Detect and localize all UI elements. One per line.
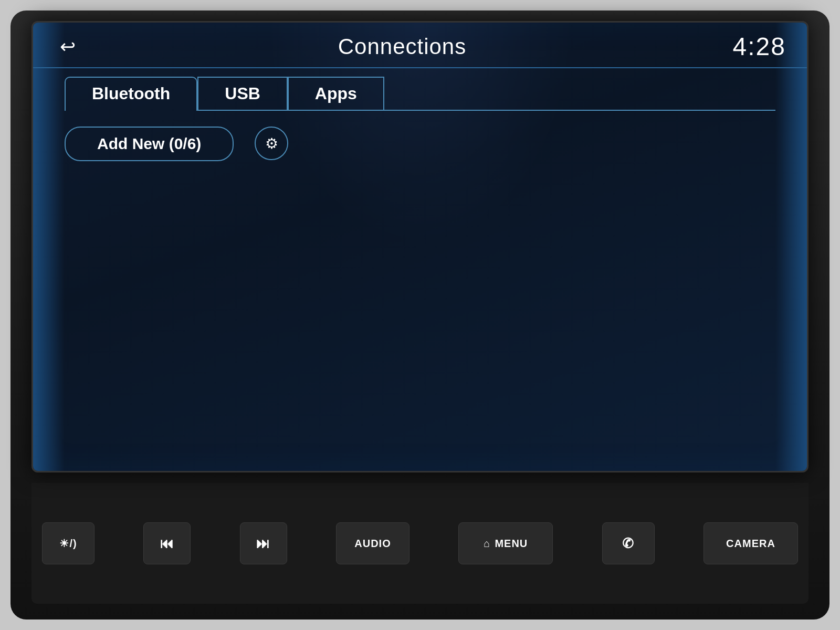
tab-usb[interactable]: USB (197, 77, 288, 111)
camera-button[interactable]: CAMERA (704, 522, 798, 564)
audio-button[interactable]: AUDIO (336, 522, 410, 564)
settings-button[interactable]: ⚙ (255, 127, 288, 160)
car-surround: ↩ Connections 4:28 Bluetooth USB Apps Ad… (10, 10, 830, 620)
menu-button[interactable]: ⌂ MENU (458, 522, 553, 564)
hardware-controls: ☀/) ⏮ ⏭ AUDIO ⌂ MENU ✆ CAMERA (32, 483, 808, 604)
phone-button[interactable]: ✆ (602, 522, 655, 564)
next-track-button[interactable]: ⏭ (240, 522, 287, 564)
screen-header: ↩ Connections 4:28 (33, 23, 807, 68)
screen-title: Connections (81, 34, 723, 59)
back-button[interactable]: ↩ (54, 33, 81, 60)
add-new-button[interactable]: Add New (0/6) (65, 127, 234, 161)
tab-bar: Bluetooth USB Apps (33, 77, 807, 111)
prev-track-button[interactable]: ⏮ (143, 522, 191, 564)
next-track-icon: ⏭ (256, 536, 270, 552)
tab-apps[interactable]: Apps (288, 77, 384, 111)
home-icon: ⌂ (484, 538, 490, 550)
phone-icon: ✆ (622, 536, 634, 552)
infotainment-screen: ↩ Connections 4:28 Bluetooth USB Apps Ad… (32, 21, 808, 472)
gear-icon: ⚙ (265, 135, 278, 152)
prev-track-icon: ⏮ (160, 536, 174, 552)
brightness-button[interactable]: ☀/) (42, 522, 94, 564)
clock-display: 4:28 (723, 32, 786, 61)
tab-bluetooth[interactable]: Bluetooth (65, 77, 197, 111)
screen-content: Add New (0/6) ⚙ (33, 111, 807, 177)
back-arrow-icon: ↩ (60, 37, 76, 56)
